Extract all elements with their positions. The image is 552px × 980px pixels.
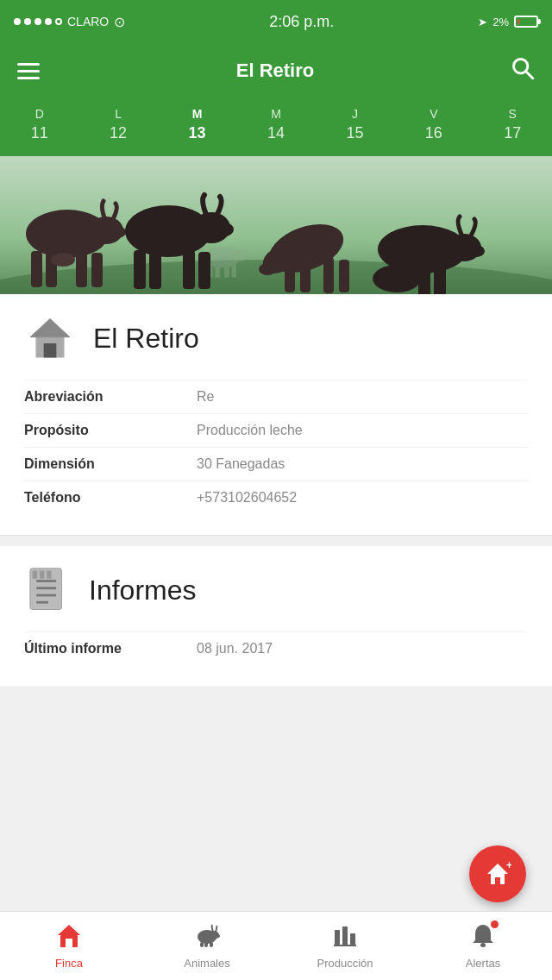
svg-rect-29 — [198, 252, 210, 289]
alert-badge-dot — [491, 920, 499, 928]
wifi-icon: ⊙ — [114, 14, 125, 30]
last-report-label: Último informe — [24, 641, 197, 656]
label-purpose: Propósito — [24, 423, 197, 438]
svg-rect-8 — [232, 264, 237, 277]
cattle-illustration — [0, 156, 552, 294]
svg-point-31 — [215, 223, 234, 236]
svg-rect-36 — [339, 260, 349, 292]
svg-rect-42 — [434, 264, 446, 294]
svg-point-23 — [109, 226, 126, 238]
cal-day-3[interactable]: M 14 — [267, 107, 285, 142]
value-abbreviation: Re — [197, 389, 214, 405]
battery-percent: 2% — [492, 16, 509, 28]
farm-name: El Retiro — [93, 323, 199, 355]
svg-marker-58 — [487, 864, 508, 874]
nav-finca-label: Finca — [55, 957, 83, 970]
svg-rect-41 — [418, 264, 430, 294]
svg-point-75 — [480, 943, 486, 947]
svg-line-1 — [526, 71, 533, 78]
svg-rect-26 — [134, 250, 146, 289]
svg-point-70 — [215, 934, 220, 938]
svg-point-24 — [51, 253, 75, 267]
carrier-name: CLARO — [67, 15, 109, 28]
svg-point-40 — [373, 265, 421, 292]
search-button[interactable] — [511, 56, 535, 86]
svg-rect-27 — [149, 252, 161, 289]
value-dimension: 30 Fanegadas — [197, 456, 285, 472]
svg-rect-47 — [44, 343, 57, 358]
nav-alertas[interactable]: Alertas — [414, 923, 552, 970]
nav-produccion[interactable]: Producción — [276, 923, 414, 970]
svg-rect-60 — [495, 877, 500, 884]
svg-rect-64 — [66, 939, 72, 947]
farm-info-card: El Retiro Abreviación Re Propósito Produ… — [0, 294, 552, 536]
info-row-phone: Teléfono +573102604652 — [24, 481, 528, 514]
svg-rect-55 — [33, 571, 38, 579]
nav-finca[interactable]: Finca — [0, 923, 138, 970]
battery-icon — [514, 16, 538, 28]
nav-produccion-label: Producción — [317, 957, 373, 970]
menu-button[interactable] — [17, 63, 40, 79]
svg-point-44 — [467, 245, 485, 257]
info-row-dimension: Dimensión 30 Fanegadas — [24, 447, 528, 481]
svg-rect-68 — [210, 942, 213, 947]
svg-marker-62 — [58, 925, 80, 935]
signal-dots — [14, 18, 62, 25]
bottom-navigation: Finca Animales Producció — [0, 911, 552, 980]
cattle-banner — [0, 156, 552, 294]
svg-rect-18 — [31, 251, 42, 287]
nav-animales-label: Animales — [184, 957, 229, 970]
svg-point-10 — [241, 250, 248, 256]
svg-rect-7 — [224, 264, 229, 277]
svg-rect-20 — [76, 251, 87, 287]
nav-alertas-label: Alertas — [466, 957, 500, 970]
cal-day-0[interactable]: D 11 — [31, 107, 48, 142]
svg-text:+: + — [506, 860, 511, 871]
cal-day-4[interactable]: J 15 — [346, 107, 363, 142]
cal-day-1[interactable]: L 12 — [110, 107, 127, 142]
calendar-bar: D 11 L 12 M 13 M 14 J 15 V 16 S 17 — [0, 98, 552, 156]
label-phone: Teléfono — [24, 490, 197, 506]
nav-animales[interactable]: Animales — [138, 923, 276, 970]
cal-day-6[interactable]: S 17 — [504, 107, 521, 142]
svg-point-38 — [259, 263, 276, 275]
label-abbreviation: Abreviación — [24, 389, 197, 405]
svg-rect-72 — [342, 927, 348, 945]
svg-rect-56 — [40, 571, 45, 579]
svg-rect-57 — [47, 571, 52, 579]
cal-day-5[interactable]: V 16 — [425, 107, 442, 142]
status-bar: CLARO ⊙ 2:06 p.m. ➤ 2% — [0, 0, 552, 43]
location-icon: ➤ — [478, 16, 487, 28]
app-header: El Retiro — [0, 43, 552, 98]
bell-icon — [470, 923, 496, 953]
farm-icon — [24, 315, 76, 362]
svg-rect-28 — [183, 250, 195, 289]
label-dimension: Dimensión — [24, 456, 197, 472]
svg-rect-34 — [300, 264, 310, 292]
page-title: El Retiro — [236, 60, 314, 82]
status-time: 2:06 p.m. — [269, 13, 334, 31]
reports-title: Informes — [89, 575, 196, 606]
svg-marker-45 — [30, 319, 70, 337]
home-icon — [56, 923, 82, 953]
fab-button[interactable]: + — [469, 845, 526, 902]
svg-rect-73 — [350, 933, 355, 945]
svg-rect-71 — [335, 930, 340, 945]
chart-icon — [332, 923, 358, 953]
carrier-info: CLARO ⊙ — [14, 14, 125, 30]
reports-card[interactable]: Informes Último informe 08 jun. 2017 — [0, 546, 552, 686]
reports-icon — [24, 567, 72, 614]
value-phone: +573102604652 — [197, 490, 297, 506]
info-row-purpose: Propósito Producción leche — [24, 413, 528, 447]
last-report-value: 08 jun. 2017 — [197, 641, 273, 656]
svg-rect-6 — [215, 264, 220, 277]
svg-rect-66 — [200, 942, 204, 947]
cal-day-2[interactable]: M 13 — [189, 107, 206, 142]
svg-rect-67 — [204, 942, 208, 947]
cow-icon — [194, 923, 220, 953]
info-row-abbreviation: Abreviación Re — [24, 380, 528, 413]
svg-rect-35 — [323, 257, 334, 293]
svg-rect-21 — [91, 253, 103, 287]
value-purpose: Producción leche — [197, 423, 303, 438]
last-report-row: Último informe 08 jun. 2017 — [24, 631, 528, 665]
